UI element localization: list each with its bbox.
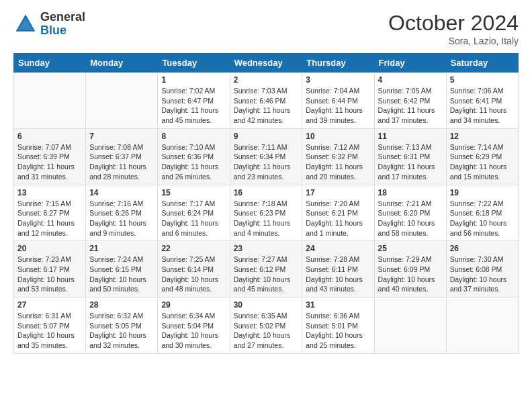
day-info: Sunrise: 6:35 AM Sunset: 5:02 PM Dayligh… xyxy=(234,311,299,351)
table-row: 9Sunrise: 7:11 AM Sunset: 6:34 PM Daylig… xyxy=(230,128,302,185)
day-info: Sunrise: 7:24 AM Sunset: 6:15 PM Dayligh… xyxy=(89,255,154,294)
header: General Blue October 2024 Sora, Lazio, I… xyxy=(13,11,519,46)
table-row: 20Sunrise: 7:23 AM Sunset: 6:17 PM Dayli… xyxy=(14,241,86,298)
table-row xyxy=(446,298,518,354)
table-row: 23Sunrise: 7:27 AM Sunset: 6:12 PM Dayli… xyxy=(230,241,302,298)
day-info: Sunrise: 6:34 AM Sunset: 5:04 PM Dayligh… xyxy=(161,311,226,351)
col-wednesday: Wednesday xyxy=(230,54,302,73)
title-area: October 2024 Sora, Lazio, Italy xyxy=(388,11,519,46)
table-row: 28Sunrise: 6:32 AM Sunset: 5:05 PM Dayli… xyxy=(86,298,158,354)
day-info: Sunrise: 7:15 AM Sunset: 6:27 PM Dayligh… xyxy=(17,199,82,238)
day-number: 17 xyxy=(306,188,370,197)
day-info: Sunrise: 6:32 AM Sunset: 5:05 PM Dayligh… xyxy=(89,311,154,351)
day-number: 18 xyxy=(378,188,443,197)
weekday-header-row: Sunday Monday Tuesday Wednesday Thursday… xyxy=(14,54,519,73)
day-number: 31 xyxy=(306,300,370,310)
col-sunday: Sunday xyxy=(14,54,86,73)
day-number: 22 xyxy=(161,244,226,253)
day-info: Sunrise: 7:27 AM Sunset: 6:12 PM Dayligh… xyxy=(234,255,299,294)
day-info: Sunrise: 7:11 AM Sunset: 6:34 PM Dayligh… xyxy=(234,142,299,182)
table-row: 8Sunrise: 7:10 AM Sunset: 6:36 PM Daylig… xyxy=(158,128,230,185)
day-info: Sunrise: 7:06 AM Sunset: 6:41 PM Dayligh… xyxy=(450,86,515,126)
day-info: Sunrise: 7:16 AM Sunset: 6:26 PM Dayligh… xyxy=(89,199,154,238)
day-number: 21 xyxy=(89,244,154,253)
table-row: 30Sunrise: 6:35 AM Sunset: 5:02 PM Dayli… xyxy=(230,298,302,354)
table-row: 27Sunrise: 6:31 AM Sunset: 5:07 PM Dayli… xyxy=(14,298,86,354)
day-number: 25 xyxy=(378,244,443,253)
day-info: Sunrise: 7:30 AM Sunset: 6:08 PM Dayligh… xyxy=(450,255,515,294)
table-row: 1Sunrise: 7:02 AM Sunset: 6:47 PM Daylig… xyxy=(158,73,230,129)
day-info: Sunrise: 7:25 AM Sunset: 6:14 PM Dayligh… xyxy=(161,255,226,294)
logo-icon xyxy=(13,12,38,36)
week-row-4: 20Sunrise: 7:23 AM Sunset: 6:17 PM Dayli… xyxy=(14,241,519,298)
month-title: October 2024 xyxy=(388,11,519,36)
table-row: 16Sunrise: 7:18 AM Sunset: 6:23 PM Dayli… xyxy=(230,185,302,241)
day-info: Sunrise: 7:12 AM Sunset: 6:32 PM Dayligh… xyxy=(306,142,370,182)
day-number: 27 xyxy=(17,300,82,310)
table-row xyxy=(14,73,86,129)
table-row: 15Sunrise: 7:17 AM Sunset: 6:24 PM Dayli… xyxy=(158,185,230,241)
day-number: 6 xyxy=(17,132,82,141)
table-row: 12Sunrise: 7:14 AM Sunset: 6:29 PM Dayli… xyxy=(446,128,518,185)
day-info: Sunrise: 6:36 AM Sunset: 5:01 PM Dayligh… xyxy=(306,311,370,351)
day-info: Sunrise: 7:21 AM Sunset: 6:20 PM Dayligh… xyxy=(378,199,443,238)
day-number: 28 xyxy=(89,300,154,310)
table-row: 3Sunrise: 7:04 AM Sunset: 6:44 PM Daylig… xyxy=(302,73,374,129)
day-info: Sunrise: 7:02 AM Sunset: 6:47 PM Dayligh… xyxy=(161,86,226,126)
day-number: 5 xyxy=(450,75,515,85)
day-number: 30 xyxy=(234,300,299,310)
day-info: Sunrise: 7:18 AM Sunset: 6:23 PM Dayligh… xyxy=(234,199,299,238)
week-row-5: 27Sunrise: 6:31 AM Sunset: 5:07 PM Dayli… xyxy=(14,298,519,354)
table-row: 6Sunrise: 7:07 AM Sunset: 6:39 PM Daylig… xyxy=(14,128,86,185)
col-friday: Friday xyxy=(374,54,446,73)
table-row: 10Sunrise: 7:12 AM Sunset: 6:32 PM Dayli… xyxy=(302,128,374,185)
day-info: Sunrise: 7:29 AM Sunset: 6:09 PM Dayligh… xyxy=(378,255,443,294)
day-number: 4 xyxy=(378,75,443,85)
day-number: 24 xyxy=(306,244,370,253)
day-number: 11 xyxy=(378,132,443,141)
day-info: Sunrise: 7:14 AM Sunset: 6:29 PM Dayligh… xyxy=(450,142,515,182)
day-number: 23 xyxy=(234,244,299,253)
table-row: 17Sunrise: 7:20 AM Sunset: 6:21 PM Dayli… xyxy=(302,185,374,241)
day-number: 1 xyxy=(161,75,226,85)
day-info: Sunrise: 7:20 AM Sunset: 6:21 PM Dayligh… xyxy=(306,199,370,238)
day-info: Sunrise: 7:10 AM Sunset: 6:36 PM Dayligh… xyxy=(161,142,226,182)
table-row: 24Sunrise: 7:28 AM Sunset: 6:11 PM Dayli… xyxy=(302,241,374,298)
week-row-2: 6Sunrise: 7:07 AM Sunset: 6:39 PM Daylig… xyxy=(14,128,519,185)
day-number: 15 xyxy=(161,188,226,197)
table-row: 13Sunrise: 7:15 AM Sunset: 6:27 PM Dayli… xyxy=(14,185,86,241)
table-row: 5Sunrise: 7:06 AM Sunset: 6:41 PM Daylig… xyxy=(446,73,518,129)
table-row: 25Sunrise: 7:29 AM Sunset: 6:09 PM Dayli… xyxy=(374,241,446,298)
week-row-1: 1Sunrise: 7:02 AM Sunset: 6:47 PM Daylig… xyxy=(14,73,519,129)
table-row: 22Sunrise: 7:25 AM Sunset: 6:14 PM Dayli… xyxy=(158,241,230,298)
day-number: 19 xyxy=(450,188,515,197)
day-number: 20 xyxy=(17,244,82,253)
table-row: 4Sunrise: 7:05 AM Sunset: 6:42 PM Daylig… xyxy=(374,73,446,129)
day-info: Sunrise: 7:17 AM Sunset: 6:24 PM Dayligh… xyxy=(161,199,226,238)
day-number: 7 xyxy=(89,132,154,141)
calendar-table: Sunday Monday Tuesday Wednesday Thursday… xyxy=(13,53,519,354)
day-info: Sunrise: 7:04 AM Sunset: 6:44 PM Dayligh… xyxy=(306,86,370,126)
table-row xyxy=(86,73,158,129)
day-number: 13 xyxy=(17,188,82,197)
day-number: 16 xyxy=(234,188,299,197)
table-row: 18Sunrise: 7:21 AM Sunset: 6:20 PM Dayli… xyxy=(374,185,446,241)
day-number: 14 xyxy=(89,188,154,197)
day-number: 26 xyxy=(450,244,515,253)
logo-blue-text: Blue xyxy=(40,24,85,38)
day-number: 29 xyxy=(161,300,226,310)
col-monday: Monday xyxy=(86,54,158,73)
table-row xyxy=(374,298,446,354)
location: Sora, Lazio, Italy xyxy=(388,36,519,46)
day-number: 9 xyxy=(234,132,299,141)
day-info: Sunrise: 7:08 AM Sunset: 6:37 PM Dayligh… xyxy=(89,142,154,182)
table-row: 11Sunrise: 7:13 AM Sunset: 6:31 PM Dayli… xyxy=(374,128,446,185)
col-thursday: Thursday xyxy=(302,54,374,73)
col-saturday: Saturday xyxy=(446,54,518,73)
day-info: Sunrise: 7:28 AM Sunset: 6:11 PM Dayligh… xyxy=(306,255,370,294)
day-number: 2 xyxy=(234,75,299,85)
table-row: 21Sunrise: 7:24 AM Sunset: 6:15 PM Dayli… xyxy=(86,241,158,298)
day-info: Sunrise: 7:05 AM Sunset: 6:42 PM Dayligh… xyxy=(378,86,443,126)
day-info: Sunrise: 7:03 AM Sunset: 6:46 PM Dayligh… xyxy=(234,86,299,126)
day-info: Sunrise: 7:13 AM Sunset: 6:31 PM Dayligh… xyxy=(378,142,443,182)
